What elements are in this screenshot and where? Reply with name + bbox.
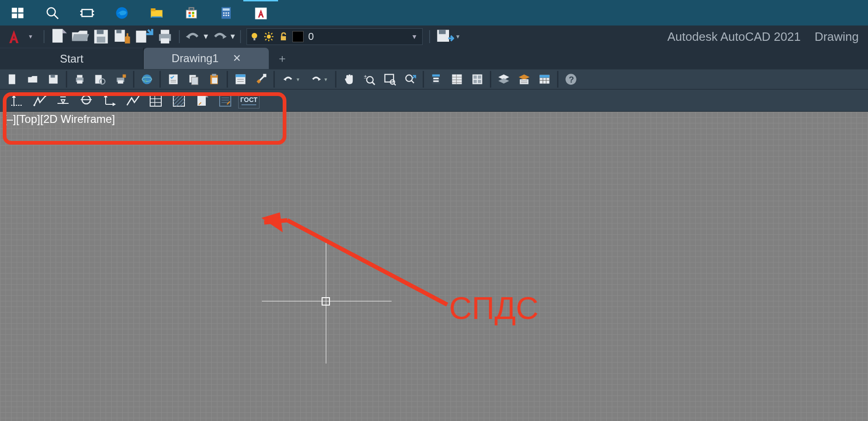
svg-line-51 xyxy=(271,39,272,40)
tool-layers[interactable] xyxy=(494,70,513,88)
new-button[interactable] xyxy=(48,27,69,46)
spds-page-format[interactable] xyxy=(192,91,212,110)
autocad-taskbar-button[interactable] xyxy=(243,0,278,26)
tool-properties[interactable] xyxy=(231,70,250,88)
spds-toolbar: ГОСТ xyxy=(0,89,868,112)
svg-rect-88 xyxy=(385,75,394,82)
tool-sheet-set[interactable] xyxy=(468,70,487,88)
save-icon xyxy=(91,26,111,47)
tab-drawing1[interactable]: Drawing1 ✕ xyxy=(144,48,269,69)
share-button[interactable] xyxy=(434,27,454,46)
tab-label: Drawing1 xyxy=(171,52,218,65)
tool-properties-panel[interactable] xyxy=(447,70,467,88)
taskview-icon xyxy=(80,6,94,20)
tool-new[interactable] xyxy=(3,70,22,88)
tool-palettes[interactable] xyxy=(427,70,446,88)
qat-separator xyxy=(240,30,241,43)
save-as-button[interactable] xyxy=(112,27,133,46)
tool-copy[interactable] xyxy=(184,70,203,88)
tool-layer-state[interactable] xyxy=(514,70,534,88)
file-explorer-button[interactable] xyxy=(139,0,174,26)
undo-button[interactable]: ▼ xyxy=(184,27,209,46)
svg-rect-147 xyxy=(220,95,231,106)
redo-button[interactable]: ▼ xyxy=(210,27,236,46)
tool-cut[interactable] xyxy=(164,70,183,88)
tool-paste[interactable] xyxy=(204,70,224,88)
start-button[interactable] xyxy=(0,0,35,26)
application-menu-button[interactable] xyxy=(0,26,28,48)
app-title: Autodesk AutoCAD 2021 xyxy=(667,30,801,44)
edge-button[interactable] xyxy=(104,0,139,26)
svg-point-28 xyxy=(228,14,229,16)
tool-zoom-window[interactable] xyxy=(380,70,399,88)
spds-weld[interactable] xyxy=(122,91,143,110)
task-view-button[interactable] xyxy=(70,0,104,26)
tool-pan[interactable] xyxy=(339,70,359,88)
svg-rect-56 xyxy=(439,30,446,34)
svg-rect-59 xyxy=(51,75,55,78)
zoom-realtime-icon: ± xyxy=(363,73,376,86)
layer-selector[interactable]: 0 ▼ xyxy=(247,28,423,45)
open-button[interactable] xyxy=(70,27,90,46)
svg-line-53 xyxy=(271,33,272,34)
spds-circle-mark[interactable] xyxy=(76,91,96,110)
tool-plot-styles[interactable] xyxy=(111,70,130,88)
spds-gost-button[interactable]: ГОСТ xyxy=(238,93,260,108)
undo-icon xyxy=(282,73,295,86)
tab-start[interactable]: Start xyxy=(0,48,144,69)
svg-rect-1 xyxy=(18,7,23,12)
break-line-icon xyxy=(32,93,47,108)
svg-rect-61 xyxy=(77,75,82,78)
pan-hand-icon xyxy=(342,73,355,86)
page-format-icon xyxy=(195,93,209,108)
tool-print[interactable] xyxy=(70,70,89,88)
chevron-down-icon: ▼ xyxy=(411,33,418,40)
svg-line-50 xyxy=(265,33,266,34)
svg-marker-84 xyxy=(318,78,321,81)
store-icon xyxy=(184,6,198,20)
spds-form[interactable] xyxy=(215,91,235,110)
close-tab-button[interactable]: ✕ xyxy=(233,52,241,64)
tool-undo[interactable]: ▼ xyxy=(278,70,304,88)
tool-help[interactable]: ? xyxy=(561,70,581,88)
svg-point-23 xyxy=(223,12,224,13)
svg-marker-83 xyxy=(284,78,286,81)
svg-marker-132 xyxy=(104,94,108,97)
drawing-canvas[interactable]: [–][Top][2D Wireframe] xyxy=(0,112,868,421)
store-button[interactable] xyxy=(174,0,209,26)
svg-rect-62 xyxy=(77,80,82,83)
save-button[interactable] xyxy=(91,27,111,46)
open-web-button[interactable] xyxy=(133,27,154,46)
autocad-menubar: ▼ ▼ ▼ 0 ▼ ▼ Autodesk AutoCAD 2021 Drawin… xyxy=(0,26,868,48)
svg-point-125 xyxy=(44,95,46,97)
properties-icon xyxy=(234,73,247,86)
tool-open[interactable] xyxy=(23,70,43,88)
search-button[interactable] xyxy=(35,0,70,26)
print-preview-icon xyxy=(94,73,107,86)
spds-spec-table[interactable] xyxy=(146,91,166,110)
tool-print-preview[interactable] xyxy=(90,70,110,88)
export-open-icon xyxy=(133,26,154,47)
viewport-controls[interactable]: [–][Top][2D Wireframe] xyxy=(4,113,115,126)
spds-section[interactable] xyxy=(99,91,120,110)
tool-save[interactable] xyxy=(44,70,63,88)
print-icon xyxy=(155,26,175,47)
tool-publish[interactable] xyxy=(137,70,157,88)
tool-redo[interactable]: ▼ xyxy=(305,70,332,88)
toolbar-separator xyxy=(423,71,424,88)
svg-marker-127 xyxy=(61,100,65,103)
print-button[interactable] xyxy=(155,27,175,46)
calculator-button[interactable] xyxy=(209,0,243,26)
tool-zoom-previous[interactable] xyxy=(400,70,420,88)
new-doc-icon xyxy=(6,73,19,86)
tool-match-properties[interactable] xyxy=(251,70,271,88)
tool-table[interactable] xyxy=(535,70,554,88)
new-tab-button[interactable]: ＋ xyxy=(272,48,293,69)
spds-axis[interactable] xyxy=(6,91,27,110)
spds-hatch[interactable] xyxy=(169,91,189,110)
tool-zoom-realtime[interactable]: ± xyxy=(360,70,379,88)
toolbar-separator xyxy=(66,71,67,88)
spds-break[interactable] xyxy=(30,91,50,110)
spds-level[interactable] xyxy=(53,91,73,110)
save-icon xyxy=(47,73,60,86)
